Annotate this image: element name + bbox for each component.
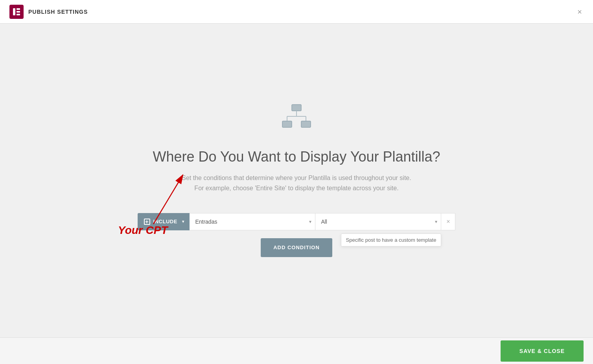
add-condition-button[interactable]: ADD CONDITION: [261, 238, 332, 257]
svg-rect-9: [282, 121, 292, 127]
tooltip-box: Specific post to have a custom template: [341, 233, 442, 246]
save-close-button[interactable]: SAVE & CLOSE: [501, 340, 584, 362]
svg-rect-10: [301, 121, 311, 127]
hierarchy-icon: [281, 104, 312, 133]
include-label: INCLUDE: [153, 219, 177, 224]
modal-body: Where Do You Want to Display Your Planti…: [0, 24, 593, 337]
modal-footer: SAVE & CLOSE: [0, 337, 593, 364]
main-heading: Where Do You Want to Display Your Planti…: [153, 149, 440, 165]
remove-condition-button[interactable]: ×: [441, 213, 455, 230]
elementor-logo: [9, 5, 24, 19]
include-dropdown-arrow: ▾: [182, 219, 184, 224]
entradas-select-wrapper: Entradas ▾: [190, 213, 315, 230]
elementor-logo-icon: [12, 7, 21, 16]
modal-title: PUBLISH SETTINGS: [28, 9, 88, 15]
remove-icon: ×: [446, 218, 450, 225]
svg-rect-1: [17, 8, 20, 10]
include-button[interactable]: + INCLUDE ▾: [138, 213, 190, 230]
modal-close-button[interactable]: ×: [576, 6, 584, 17]
svg-rect-3: [17, 14, 20, 15]
svg-rect-0: [13, 8, 15, 15]
condition-row: + INCLUDE ▾ Entradas ▾ All ▾ ×: [138, 213, 456, 230]
entradas-select[interactable]: Entradas: [190, 213, 315, 230]
svg-rect-2: [17, 11, 20, 13]
publish-settings-modal: PUBLISH SETTINGS ×: [0, 0, 593, 364]
all-select-wrapper: All ▾: [315, 213, 441, 230]
sub-text: Set the conditions that determine where …: [182, 173, 411, 193]
plus-icon: +: [144, 219, 150, 225]
all-select[interactable]: All: [315, 213, 441, 230]
svg-rect-4: [292, 105, 301, 111]
header-left: PUBLISH SETTINGS: [9, 5, 88, 19]
modal-header: PUBLISH SETTINGS ×: [0, 0, 593, 24]
